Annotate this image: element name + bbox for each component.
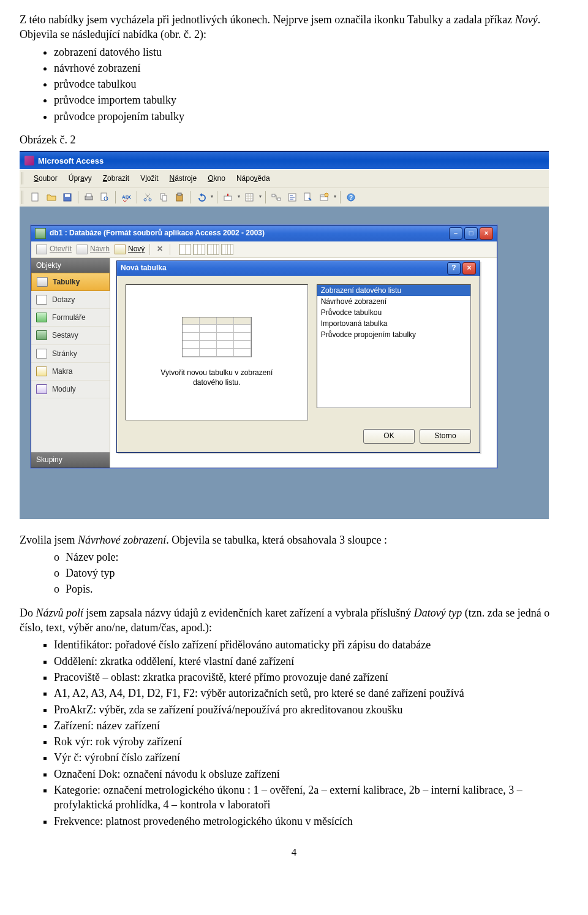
form-icon [36,313,47,322]
figure-caption: Obrázek č. 2 [20,132,568,147]
field-item: Frekvence: platnost provedeného metrolog… [54,814,568,829]
query-icon [36,295,47,305]
dropdown-icon[interactable]: ▾ [209,194,214,200]
paste-icon[interactable] [172,190,187,205]
copy-icon[interactable] [156,190,171,205]
bullet-item: průvodce importem tabulky [54,93,568,107]
paragraph-2: Zvolila jsem Návrhové zobrazení. Objevil… [20,533,568,547]
menubar: Soubor Úpravy Zobrazit Vložit Nástroje O… [20,169,549,187]
large-icons-icon[interactable] [179,244,191,255]
view-icons [179,244,233,255]
list-item: Datový typ [54,566,568,580]
relationships-icon[interactable] [269,190,284,205]
dropdown-icon[interactable]: ▾ [333,194,337,200]
database-icon [35,228,46,239]
properties-icon[interactable] [301,190,315,205]
print-icon[interactable] [81,190,96,205]
close-button[interactable]: × [480,227,493,240]
sidebar-item-pages[interactable]: Stránky [31,345,110,363]
svg-rect-19 [304,193,310,200]
help-icon[interactable]: ? [344,190,358,205]
page-number: 4 [20,846,568,860]
separator [190,191,190,203]
database-window: db1 : Databáze (Formát souborů aplikace … [31,225,497,468]
details-icon[interactable] [221,244,233,255]
maximize-button[interactable]: □ [464,227,478,240]
screenshot-access: Microsoft Access Soubor Úpravy Zobrazit … [20,151,549,518]
menu-window[interactable]: Okno [202,172,231,185]
save-icon[interactable] [60,190,75,205]
field-item: Výr č: výrobní číslo zařízení [54,750,568,765]
analyze-icon[interactable] [242,190,257,205]
db-content-area: Nová tabulka ? × [110,258,497,468]
bullet-item: průvodce tabulkou [54,77,568,91]
new-button[interactable]: Nový [115,244,145,254]
preview-text: datového listu. [193,378,240,387]
sidebar-header-objects: Objekty [31,258,110,273]
help-button[interactable]: ? [447,262,461,275]
menu-view[interactable]: Zobrazit [97,172,135,185]
sidebar-item-reports[interactable]: Sestavy [31,327,110,344]
open-button[interactable]: Otevřít [36,244,72,254]
field-item: ProAkrZ: výběr, zda se zařízení používá/… [54,702,568,717]
ok-button[interactable]: OK [363,429,415,444]
list-item[interactable]: Návrhové zobrazení [317,296,470,307]
menu-file[interactable]: Soubor [28,172,63,185]
grip-icon [21,172,24,184]
titlebar: Microsoft Access [20,152,549,169]
o-list: Název pole: Datový typ Popis. [20,550,568,597]
field-item: Oddělení: zkratka oddělení, které vlastn… [54,654,568,669]
text-italic: Návrhové zobrazení [78,534,166,546]
dialog-listbox[interactable]: Zobrazení datového listu Návrhové zobraz… [317,284,471,408]
sidebar-item-macros[interactable]: Makra [31,363,110,381]
svg-rect-17 [277,198,281,200]
paragraph-3: Do Názvů polí jsem zapsala názvy údajů z… [20,606,568,636]
list-item[interactable]: Průvodce propojením tabulky [317,329,470,340]
sidebar-item-queries[interactable]: Dotazy [31,291,110,309]
dropdown-icon[interactable]: ▾ [236,194,241,200]
separator [170,244,170,255]
text: Zvolila jsem [20,534,78,546]
svg-rect-11 [162,196,167,201]
field-item: Pracoviště – oblast: zkratka pracoviště,… [54,670,568,685]
field-item: Označení Dok: označení návodu k obsluze … [54,767,568,781]
close-button[interactable]: × [462,262,476,275]
list-item[interactable]: Importovaná tabulka [317,318,470,329]
delete-icon[interactable]: ✕ [155,245,165,254]
svg-rect-15 [246,194,253,201]
app-icon [24,156,34,165]
svg-rect-4 [86,194,91,197]
office-links-icon[interactable] [221,190,235,205]
menu-insert[interactable]: Vložit [135,172,164,185]
fields-list: Identifikátor: pořadové číslo zařízení p… [20,637,568,829]
list-item[interactable]: Průvodce tabulkou [317,307,470,318]
page-icon [36,349,47,359]
dialog-titlebar: Nová tabulka ? × [117,261,480,276]
design-button[interactable]: Návrh [77,244,110,254]
new-object-icon[interactable] [317,190,331,205]
undo-icon[interactable] [194,190,208,205]
dialog-preview: Vytvořit novou tabulku v zobrazenídatové… [126,284,308,420]
small-icons-icon[interactable] [193,244,205,255]
open-icon[interactable] [44,190,59,205]
list-icon[interactable] [207,244,219,255]
spell-icon[interactable]: ABC [119,190,134,205]
list-item[interactable]: Zobrazení datového listu [317,285,470,296]
bullet-item: návrhové zobrazení [54,61,568,75]
menu-tools[interactable]: Nástroje [164,172,203,185]
cancel-button[interactable]: Storno [420,429,471,444]
minimize-button[interactable]: – [449,227,462,240]
text: . Objevila se tabulka, která obsahovala … [166,534,387,546]
cut-icon[interactable] [140,190,155,205]
sidebar-item-modules[interactable]: Moduly [31,381,110,398]
menu-help[interactable]: Nápověda [231,172,276,185]
field-item: A1, A2, A3, A4, D1, D2, F1, F2: výběr au… [54,686,568,700]
dropdown-icon[interactable]: ▾ [258,194,262,200]
code-icon[interactable] [285,190,300,205]
sidebar-item-forms[interactable]: Formuláře [31,309,110,327]
preview-icon[interactable] [97,190,112,205]
sidebar-item-tables[interactable]: Tabulky [31,273,110,291]
svg-text:ABC: ABC [122,194,131,200]
new-icon[interactable] [28,190,43,205]
menu-edit[interactable]: Úpravy [63,172,97,185]
